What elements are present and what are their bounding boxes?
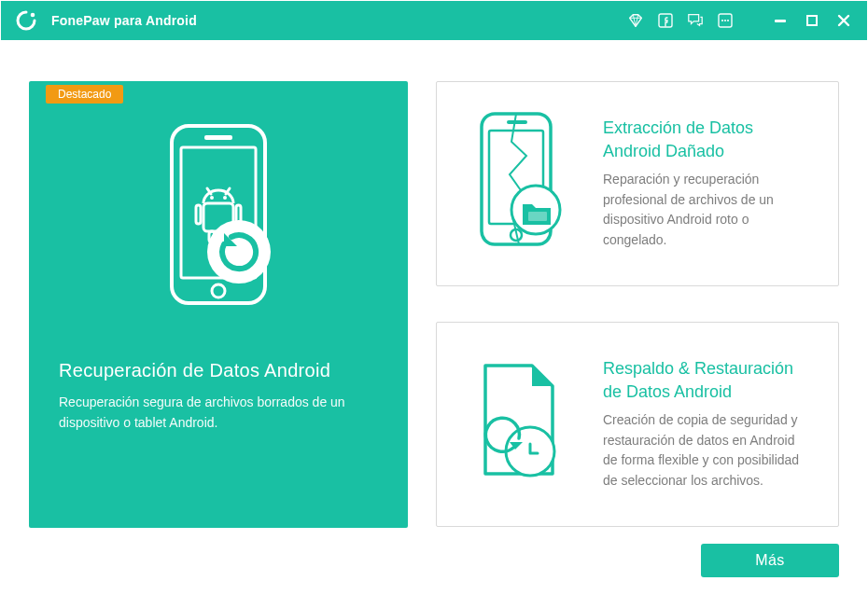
svg-point-9	[212, 284, 225, 298]
svg-point-14	[223, 196, 227, 200]
feedback-icon[interactable]	[686, 11, 705, 30]
more-button[interactable]: Más	[701, 544, 839, 577]
app-title: FonePaw para Android	[51, 13, 197, 28]
app-logo-icon	[14, 8, 38, 33]
svg-point-19	[207, 220, 271, 284]
window-maximize-button[interactable]	[802, 14, 822, 27]
svg-rect-22	[507, 120, 527, 124]
content-area: Destacado	[1, 40, 867, 594]
card-recovery-title: Recuperación de Datos Android	[59, 360, 378, 381]
card-broken-extraction[interactable]: Extracción de Datos Android Dañado Repar…	[436, 81, 839, 286]
card-broken-desc: Reparación y recuperación profesional de…	[603, 170, 810, 251]
diamond-icon[interactable]	[626, 11, 645, 30]
card-backup-restore[interactable]: Respaldo & Restauración de Datos Android…	[436, 322, 839, 527]
svg-point-3	[721, 20, 723, 21]
facebook-icon[interactable]	[656, 11, 675, 30]
title-bar-actions	[626, 10, 854, 31]
card-broken-title: Extracción de Datos Android Dañado	[603, 117, 810, 162]
broken-phone-icon	[465, 104, 577, 263]
svg-rect-8	[204, 135, 232, 140]
card-backup-desc: Creación de copia de seguridad y restaur…	[603, 410, 810, 491]
title-bar: FonePaw para Android	[1, 1, 867, 40]
svg-point-13	[210, 196, 214, 200]
card-backup-title: Respaldo & Restauración de Datos Android	[603, 357, 810, 403]
window-minimize-button[interactable]	[770, 20, 791, 22]
card-recovery-desc: Recuperación segura de archivos borrados…	[59, 393, 348, 433]
window-close-button[interactable]	[833, 10, 854, 31]
recovery-phone-icon	[29, 81, 408, 356]
app-window: FonePaw para Android	[0, 0, 868, 595]
card-recovery[interactable]: Destacado	[29, 81, 408, 528]
backup-file-icon	[465, 345, 577, 504]
svg-point-0	[31, 13, 35, 18]
svg-point-4	[724, 20, 726, 21]
svg-rect-15	[196, 205, 201, 224]
svg-rect-26	[528, 212, 547, 221]
svg-point-5	[727, 20, 729, 21]
featured-badge: Destacado	[46, 85, 123, 104]
menu-more-icon[interactable]	[716, 11, 735, 30]
